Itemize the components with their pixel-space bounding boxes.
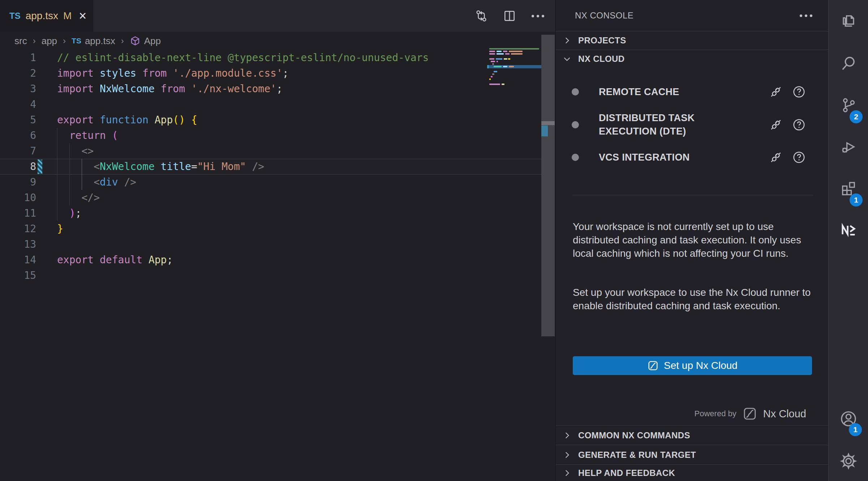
chevron-right-icon (562, 450, 572, 460)
minimap-code-mark (496, 58, 502, 60)
bullet-icon (572, 88, 579, 95)
typescript-file-icon: TS (9, 11, 21, 21)
line-number: 8 (0, 159, 36, 174)
section-label: COMMON NX COMMANDS (578, 430, 690, 440)
split-editor-icon[interactable] (502, 8, 517, 24)
feature-remote-cache: REMOTE CACHE (556, 82, 828, 101)
close-tab-icon[interactable]: × (79, 9, 86, 22)
breadcrumb-file[interactable]: TS app.tsx (72, 35, 115, 47)
minimap-code-mark (509, 66, 514, 67)
code-text (36, 268, 57, 283)
code-line[interactable]: 13 (0, 237, 487, 252)
breadcrumb-symbol[interactable]: App (130, 35, 161, 47)
minimap-code-mark (494, 71, 497, 72)
minimap-code-mark (497, 61, 498, 62)
breadcrumb-separator: › (121, 36, 124, 46)
section-label: PROJECTS (578, 35, 626, 46)
modified-badge: M (63, 10, 72, 22)
accounts-badge: 1 (849, 423, 862, 436)
powered-by: Powered by Nx Cloud (695, 404, 806, 423)
code-line[interactable]: 8 <NxWelcome title="Hi Mom" /> (0, 159, 487, 174)
activity-bar: 2 1 1 (828, 0, 868, 481)
section-generate-run-target[interactable]: GENERATE & RUN TARGET (556, 445, 828, 464)
explorer-icon[interactable] (829, 3, 868, 39)
connect-plug-icon[interactable] (769, 118, 783, 132)
help-question-icon[interactable] (792, 85, 806, 99)
minimap-code-mark (503, 66, 507, 67)
minimap-code-mark (489, 53, 495, 55)
nx-console-icon[interactable] (829, 212, 868, 248)
connect-plug-icon[interactable] (769, 150, 783, 164)
minimap-git-marker (487, 65, 489, 68)
line-number: 3 (0, 81, 36, 97)
line-number: 1 (0, 50, 36, 65)
minimap-code-mark (491, 76, 493, 77)
setup-nx-cloud-button[interactable]: Set up Nx Cloud (573, 356, 812, 375)
minimap-code-mark (494, 66, 502, 67)
nx-console-panel: NX CONSOLE PROJECTS NX CLOUD REMOTE CACH… (555, 0, 828, 481)
breadcrumb-separator: › (63, 36, 66, 46)
settings-gear-icon[interactable] (829, 443, 868, 479)
run-debug-icon[interactable] (829, 129, 868, 165)
help-question-icon[interactable] (792, 118, 806, 132)
line-number: 14 (0, 252, 36, 268)
minimap-code-mark (492, 63, 494, 65)
line-number: 15 (0, 268, 36, 283)
extensions-icon[interactable]: 1 (829, 170, 868, 207)
code-text (36, 237, 57, 252)
accounts-icon[interactable]: 1 (829, 401, 868, 437)
feature-vcs-integration: VCS INTEGRATION (556, 148, 828, 167)
divider (572, 195, 813, 195)
breadcrumb: src › app › TS app.tsx › App (0, 32, 555, 50)
search-icon[interactable] (829, 46, 868, 82)
line-number: 6 (0, 128, 36, 143)
feature-label: DISTRIBUTED TASK EXECUTION (DTE) (599, 111, 729, 138)
breadcrumb-app[interactable]: app (42, 35, 57, 47)
breadcrumb-src[interactable]: src (14, 35, 27, 47)
code-line[interactable]: 10 </> (0, 190, 487, 205)
panel-more-actions-icon[interactable] (798, 8, 814, 24)
connect-plug-icon[interactable] (769, 85, 783, 99)
code-line[interactable]: 2import styles from './app.module.css'; (0, 65, 487, 81)
editor-scrollbar[interactable] (541, 32, 555, 481)
minimap-code-mark (489, 84, 500, 85)
code-line[interactable]: 7 <> (0, 143, 487, 159)
setup-button-label: Set up Nx Cloud (664, 360, 738, 371)
open-changes-icon[interactable] (473, 8, 489, 24)
code-editor[interactable]: 1// eslint-disable-next-line @typescript… (0, 50, 487, 283)
code-text: <> (36, 143, 94, 159)
code-line[interactable]: 11 ); (0, 205, 487, 221)
minimap-code-mark (502, 84, 504, 85)
code-line[interactable]: 6 return ( (0, 128, 487, 143)
chevron-right-icon (562, 431, 572, 440)
minimap[interactable] (487, 35, 541, 481)
line-number: 13 (0, 237, 36, 252)
code-line[interactable]: 14export default App; (0, 252, 487, 268)
feature-dte: DISTRIBUTED TASK EXECUTION (DTE) (556, 108, 828, 141)
code-line[interactable]: 5export function App() { (0, 112, 487, 128)
section-nx-cloud[interactable]: NX CLOUD (556, 50, 828, 68)
source-control-icon[interactable]: 2 (829, 87, 868, 123)
code-line[interactable]: 4 (0, 97, 487, 112)
section-help-and-feedback[interactable]: HELP AND FEEDBACK (556, 464, 828, 481)
code-line[interactable]: 3import NxWelcome from './nx-welcome'; (0, 81, 487, 97)
more-actions-icon[interactable] (530, 8, 546, 24)
code-line[interactable]: 1// eslint-disable-next-line @typescript… (0, 50, 487, 65)
code-text: import styles from './app.module.css'; (36, 65, 289, 81)
line-number: 9 (0, 174, 36, 190)
panel-header: NX CONSOLE (556, 0, 828, 31)
tab-app-tsx[interactable]: TS app.tsx M × (0, 0, 93, 32)
bullet-icon (572, 154, 579, 161)
code-line[interactable]: 15 (0, 268, 487, 283)
minimap-code-mark (511, 53, 523, 55)
code-line[interactable]: 9 <div /> (0, 174, 487, 190)
scrollbar-slider[interactable] (541, 35, 555, 336)
code-line[interactable]: 12} (0, 221, 487, 237)
extensions-badge: 1 (850, 193, 863, 207)
minimap-code-mark (508, 58, 510, 60)
source-control-badge: 2 (850, 110, 863, 123)
help-question-icon[interactable] (792, 150, 806, 164)
section-common-nx-commands[interactable]: COMMON NX COMMANDS (556, 425, 828, 445)
section-projects[interactable]: PROJECTS (556, 31, 828, 50)
breadcrumb-separator: › (33, 36, 36, 46)
